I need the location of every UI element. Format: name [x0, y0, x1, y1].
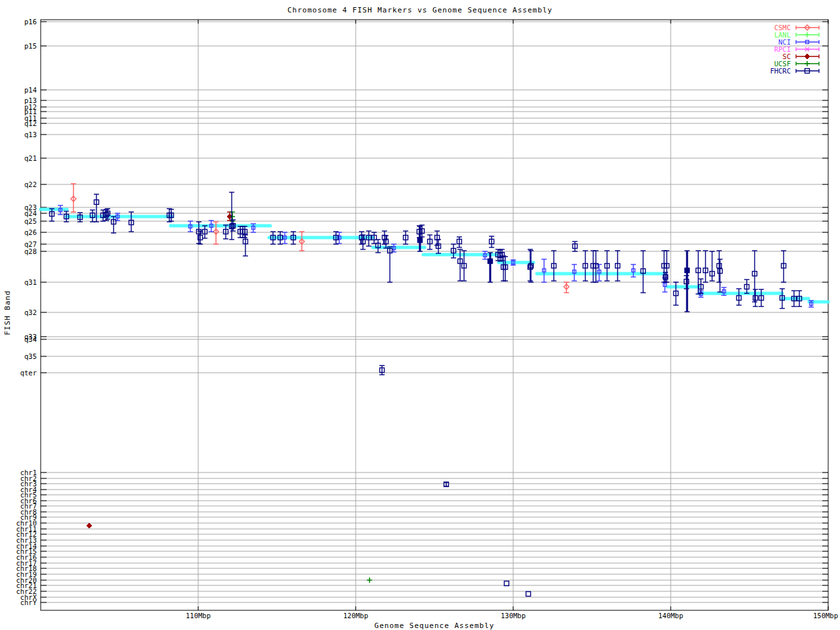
band-label-chrY: chrY [20, 598, 37, 606]
band-label-q21: q21 [24, 154, 37, 162]
band-label-q13: q13 [24, 131, 37, 138]
x-tick-130Mbp: 130Mbp [501, 612, 526, 620]
chart-canvas: p16p15p14p13p12p11q11q12q13q21q22q23q24q… [0, 0, 840, 630]
gridlines [41, 20, 828, 610]
band-label-p14: p14 [24, 86, 37, 94]
series-FHCRC [49, 192, 802, 597]
band-label-p15: p15 [24, 42, 37, 50]
series-SC [87, 212, 232, 528]
band-label-q22: q22 [24, 180, 37, 188]
x-tick-140Mbp: 140Mbp [658, 612, 683, 620]
band-label-q28: q28 [24, 247, 37, 255]
band-label-q31: q31 [24, 278, 37, 286]
band-label-q24: q24 [24, 209, 37, 217]
band-label-qter: qter [20, 369, 37, 377]
legend-label-FHCRC: FHCRC [770, 67, 791, 75]
x-tick-labels: 110Mbp120Mbp130Mbp140Mbp150Mbp [186, 612, 838, 620]
x-tick-120Mbp: 120Mbp [343, 612, 368, 620]
band-label-q32: q32 [24, 308, 37, 316]
assembly-path [41, 209, 828, 302]
legend: CSMCLANLNCIRPCISCUCSFFHCRC [770, 24, 819, 75]
band-label-q35: q35 [24, 352, 37, 360]
chart-page: Chromosome 4 FISH Markers vs Genome Sequ… [0, 0, 840, 630]
band-tick-labels: p16p15p14p13p12p11q11q12q13q21q22q23q24q… [16, 18, 37, 606]
band-label-p16: p16 [24, 18, 37, 26]
band-label-q25: q25 [24, 217, 37, 225]
band-label-q26: q26 [24, 228, 37, 236]
band-label-q34: q34 [24, 335, 37, 343]
plot-border [41, 20, 828, 610]
series-UCSF [230, 212, 372, 583]
x-tick-110Mbp: 110Mbp [186, 612, 211, 620]
band-label-q12: q12 [24, 119, 37, 127]
x-tick-150Mbp: 150Mbp [813, 612, 838, 620]
